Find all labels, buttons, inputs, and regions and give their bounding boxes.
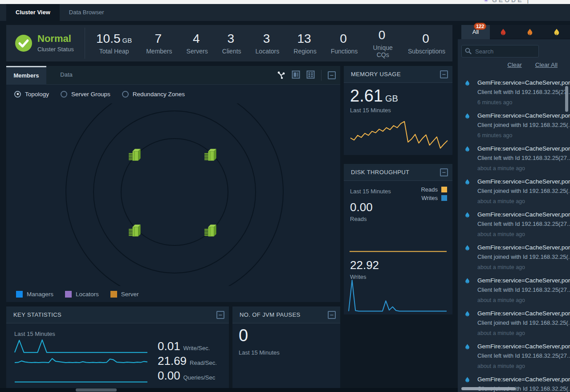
cluster-status-label: Normal <box>37 33 74 45</box>
cluster-stats-row: 10.5GB Total Heap 7 Members 4 Servers 3 … <box>89 25 452 61</box>
clear-link[interactable]: Clear <box>507 61 521 68</box>
alert-title: GemFire:service=CacheServer,port=404 <box>477 178 570 185</box>
cluster-stat-servers: 4 Servers <box>179 32 215 55</box>
memory-usage-title: MEMORY USAGE <box>351 71 401 78</box>
alert-timestamp: about a minute ago <box>477 297 570 303</box>
cluster-stat-subscriptions: 0 Subscriptions <box>401 32 452 55</box>
alert-list-item[interactable]: GemFire:service=CacheServer,port=404 Cli… <box>458 206 570 239</box>
alert-description: Client joined with Id 192.168.32.25(.. <box>477 188 570 194</box>
geode-logo-text: GEODE <box>492 0 524 4</box>
alert-title: GemFire:service=CacheServer,port=404 <box>477 343 570 350</box>
divider <box>85 28 85 59</box>
search-input[interactable] <box>461 45 539 57</box>
disk-reads-chart <box>349 226 447 252</box>
alerts-vertical-scrollbar[interactable] <box>565 86 568 112</box>
memory-collapse-button[interactable] <box>440 70 448 78</box>
cluster-stats-band: Normal Cluster Status 10.5GB Total Heap … <box>6 25 452 61</box>
alert-title: GemFire:service=CacheServer,port=404 <box>477 310 570 317</box>
main-scrollbar-track <box>0 388 458 392</box>
member-server-icon-3[interactable] <box>128 223 144 239</box>
member-server-icon-1[interactable] <box>128 147 144 163</box>
alert-description: Client left with Id 192.168.32.25(27.. <box>477 352 570 359</box>
view-radio-redundancy-zones[interactable]: Redundancy Zones <box>122 91 185 98</box>
radio-icon <box>61 91 67 98</box>
member-server-icon-4[interactable] <box>204 223 220 239</box>
view-radio-server-groups[interactable]: Server Groups <box>61 91 110 98</box>
clear-all-link[interactable]: Clear All <box>535 61 558 68</box>
key-statistics-title: KEY STATISTICS <box>13 311 61 318</box>
disk-legend-swatch <box>441 195 447 201</box>
alert-timestamp: about a minute ago <box>477 330 570 336</box>
topology-view-icon[interactable] <box>277 70 285 81</box>
alert-title: GemFire:service=CacheServer,port=404 <box>477 145 570 152</box>
topology-view-options: Topology Server Groups Redundancy Zones <box>6 85 340 103</box>
treemap-view-icon[interactable] <box>292 70 300 81</box>
key-stat-label: Read/Sec. <box>190 359 217 366</box>
radio-icon <box>14 91 21 98</box>
alert-list-item[interactable]: GemFire:service=CacheServer,port=404 Cli… <box>458 140 570 173</box>
alert-description: Client left with Id 192.168.32.25(27.. <box>477 155 570 161</box>
alerts-sidebar: All 122 Clear Clear A <box>458 25 570 392</box>
cluster-stat-label: Locators <box>256 48 280 55</box>
alert-list-item[interactable]: GemFire:service=CacheServer,port=404 Cli… <box>458 74 570 107</box>
main-tab-cluster-view[interactable]: Cluster View <box>6 4 60 21</box>
radio-label: Server Groups <box>71 91 110 98</box>
member-server-icon-2[interactable] <box>204 147 220 163</box>
cluster-stat-clients: 3 Clients <box>215 32 248 55</box>
key-stat-row-write-sec: 0.01 Write/Sec. <box>14 339 223 353</box>
key-statistics-header: KEY STATISTICS <box>6 306 229 323</box>
alert-list-item[interactable]: GemFire:service=CacheServer,port=404 Cli… <box>458 305 570 338</box>
legend-swatch <box>16 291 23 298</box>
cluster-stat-total-heap: 10.5GB Total Heap <box>89 32 139 55</box>
flame-icon <box>499 28 507 37</box>
alert-flame-icon <box>464 244 471 253</box>
members-panel-tab-members[interactable]: Members <box>6 66 46 85</box>
alert-flame-icon <box>464 376 471 385</box>
jvm-collapse-button[interactable] <box>328 311 336 319</box>
disk-collapse-button[interactable] <box>440 168 448 176</box>
view-radio-topology[interactable]: Topology <box>14 91 49 98</box>
alert-timestamp: about a minute ago <box>477 363 570 369</box>
keystats-collapse-button[interactable] <box>216 311 224 319</box>
legend-item-managers: Managers <box>16 291 53 298</box>
status-check-icon <box>14 34 33 53</box>
key-stat-label: Queries/Sec <box>183 374 216 381</box>
alert-list-item[interactable]: GemFire:service=CacheServer,port=404 Cli… <box>458 272 570 305</box>
alerts-tab-critical[interactable] <box>490 25 517 39</box>
memory-usage-value: 2.61GB <box>350 86 398 106</box>
divider <box>321 70 322 81</box>
alert-description: Client left with Id 192.168.32.25(27.. <box>477 89 570 95</box>
alert-list-item[interactable]: GemFire:service=CacheServer,port=404 Cli… <box>458 107 570 140</box>
main-tab-data-browser[interactable]: Data Browser <box>60 4 114 21</box>
cluster-stat-value: 3 <box>227 32 234 45</box>
members-panel-tab-data[interactable]: Data <box>46 66 86 85</box>
cluster-stat-unique-cqs: 0 Unique CQs <box>365 29 401 58</box>
disk-throughput-header: DISK THROUGHPUT <box>344 164 452 181</box>
alerts-tab-warning[interactable] <box>543 25 570 39</box>
memory-period: Last 15 Minutes <box>350 107 391 114</box>
legend-label: Server <box>121 291 139 298</box>
alert-flame-icon <box>464 277 471 286</box>
disk-legend: Reads Writes <box>421 186 447 203</box>
main-tab-bar: Cluster ViewData Browser <box>0 4 570 21</box>
alert-list-item[interactable]: GemFire:service=CacheServer,port=404 Cli… <box>458 338 570 371</box>
alerts-horizontal-scrollbar[interactable] <box>461 387 516 390</box>
legend-swatch <box>65 291 72 298</box>
key-stat-row-read-sec: 21.69 Read/Sec. <box>14 353 223 368</box>
alert-list-item[interactable]: GemFire:service=CacheServer,port=404 Cli… <box>458 239 570 272</box>
cluster-stat-members: 7 Members <box>139 32 179 55</box>
main-scrollbar-thumb[interactable] <box>76 388 117 392</box>
legend-item-locators: Locators <box>65 291 99 298</box>
alert-timestamp: about a minute ago <box>477 198 570 204</box>
alert-timestamp: 6 minutes ago <box>477 99 570 106</box>
legend-swatch <box>110 291 117 298</box>
alerts-list: GemFire:service=CacheServer,port=404 Cli… <box>458 74 570 392</box>
alerts-tab-error[interactable] <box>517 25 543 39</box>
alert-list-item[interactable]: GemFire:service=CacheServer,port=404 Cli… <box>458 173 570 206</box>
geode-logo-divider: | <box>527 0 529 4</box>
jvm-period: Last 15 Minutes <box>239 349 280 356</box>
members-collapse-button[interactable] <box>328 71 336 79</box>
grid-view-icon[interactable] <box>306 70 315 81</box>
members-legend: Managers Locators Server <box>16 291 139 298</box>
alert-description: Client joined with Id 192.168.32.25(.. <box>477 319 570 326</box>
